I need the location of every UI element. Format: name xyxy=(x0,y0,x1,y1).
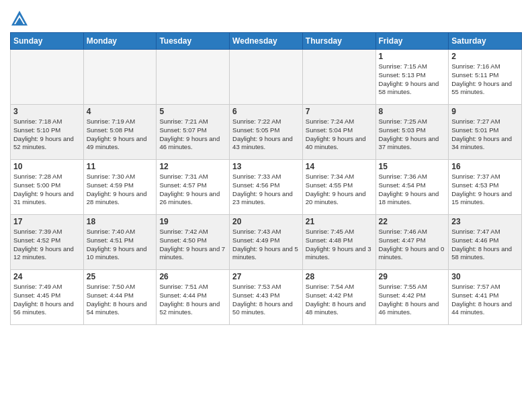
day-info: Sunrise: 7:47 AM Sunset: 4:46 PM Dayligh… xyxy=(451,228,519,262)
calendar-cell xyxy=(157,50,230,105)
calendar-cell: 23Sunrise: 7:47 AM Sunset: 4:46 PM Dayli… xyxy=(449,215,522,270)
day-number: 17 xyxy=(13,217,81,226)
day-info: Sunrise: 7:28 AM Sunset: 5:00 PM Dayligh… xyxy=(13,173,81,207)
calendar-cell: 14Sunrise: 7:34 AM Sunset: 4:55 PM Dayli… xyxy=(302,160,375,215)
day-number: 12 xyxy=(159,162,226,171)
calendar-cell: 2Sunrise: 7:16 AM Sunset: 5:11 PM Daylig… xyxy=(449,50,522,105)
logo-icon xyxy=(10,9,29,28)
day-info: Sunrise: 7:45 AM Sunset: 4:48 PM Dayligh… xyxy=(306,228,373,262)
page: SundayMondayTuesdayWednesdayThursdayFrid… xyxy=(0,0,532,411)
calendar-cell xyxy=(230,50,303,105)
day-info: Sunrise: 7:39 AM Sunset: 4:52 PM Dayligh… xyxy=(13,228,81,262)
day-info: Sunrise: 7:18 AM Sunset: 5:10 PM Dayligh… xyxy=(13,118,81,152)
calendar-cell: 5Sunrise: 7:21 AM Sunset: 5:07 PM Daylig… xyxy=(157,105,230,160)
day-number: 19 xyxy=(159,217,226,226)
day-info: Sunrise: 7:49 AM Sunset: 4:45 PM Dayligh… xyxy=(13,283,81,317)
day-number: 3 xyxy=(13,107,81,116)
day-number: 22 xyxy=(379,217,446,226)
calendar-cell: 3Sunrise: 7:18 AM Sunset: 5:10 PM Daylig… xyxy=(11,105,84,160)
calendar-cell: 12Sunrise: 7:31 AM Sunset: 4:57 PM Dayli… xyxy=(157,160,230,215)
day-info: Sunrise: 7:54 AM Sunset: 4:42 PM Dayligh… xyxy=(306,283,373,317)
day-number: 14 xyxy=(306,162,373,171)
day-info: Sunrise: 7:27 AM Sunset: 5:01 PM Dayligh… xyxy=(451,118,519,152)
day-info: Sunrise: 7:30 AM Sunset: 4:59 PM Dayligh… xyxy=(87,173,154,207)
calendar-cell: 28Sunrise: 7:54 AM Sunset: 4:42 PM Dayli… xyxy=(302,270,375,325)
weekday-header-thursday: Thursday xyxy=(302,33,375,50)
weekday-header-friday: Friday xyxy=(375,33,449,50)
day-number: 7 xyxy=(306,107,373,116)
day-number: 15 xyxy=(379,162,446,171)
weekday-header-row: SundayMondayTuesdayWednesdayThursdayFrid… xyxy=(11,33,522,50)
calendar-cell: 16Sunrise: 7:37 AM Sunset: 4:53 PM Dayli… xyxy=(449,160,522,215)
day-info: Sunrise: 7:51 AM Sunset: 4:44 PM Dayligh… xyxy=(159,283,226,317)
weekday-header-wednesday: Wednesday xyxy=(230,33,303,50)
day-number: 18 xyxy=(87,217,154,226)
day-number: 30 xyxy=(451,272,519,281)
day-info: Sunrise: 7:42 AM Sunset: 4:50 PM Dayligh… xyxy=(159,228,226,262)
header-area xyxy=(10,7,522,28)
calendar-cell: 19Sunrise: 7:42 AM Sunset: 4:50 PM Dayli… xyxy=(157,215,230,270)
day-number: 26 xyxy=(159,272,226,281)
day-info: Sunrise: 7:15 AM Sunset: 5:13 PM Dayligh… xyxy=(379,62,446,97)
day-number: 16 xyxy=(451,162,519,171)
calendar-cell: 22Sunrise: 7:46 AM Sunset: 4:47 PM Dayli… xyxy=(375,215,449,270)
day-info: Sunrise: 7:31 AM Sunset: 4:57 PM Dayligh… xyxy=(159,173,226,207)
day-info: Sunrise: 7:19 AM Sunset: 5:08 PM Dayligh… xyxy=(87,118,154,152)
day-number: 29 xyxy=(379,272,446,281)
calendar-cell xyxy=(11,50,84,105)
day-info: Sunrise: 7:21 AM Sunset: 5:07 PM Dayligh… xyxy=(159,118,226,152)
calendar-week-row-4: 17Sunrise: 7:39 AM Sunset: 4:52 PM Dayli… xyxy=(11,215,522,270)
day-number: 27 xyxy=(232,272,300,281)
day-info: Sunrise: 7:24 AM Sunset: 5:04 PM Dayligh… xyxy=(306,118,373,152)
calendar-cell: 8Sunrise: 7:25 AM Sunset: 5:03 PM Daylig… xyxy=(375,105,449,160)
day-number: 11 xyxy=(87,162,154,171)
day-number: 1 xyxy=(379,52,446,61)
calendar-cell: 10Sunrise: 7:28 AM Sunset: 5:00 PM Dayli… xyxy=(11,160,84,215)
calendar-cell: 11Sunrise: 7:30 AM Sunset: 4:59 PM Dayli… xyxy=(83,160,157,215)
calendar-cell: 20Sunrise: 7:43 AM Sunset: 4:49 PM Dayli… xyxy=(230,215,303,270)
calendar-cell: 13Sunrise: 7:33 AM Sunset: 4:56 PM Dayli… xyxy=(230,160,303,215)
weekday-header-saturday: Saturday xyxy=(449,33,522,50)
calendar-cell: 25Sunrise: 7:50 AM Sunset: 4:44 PM Dayli… xyxy=(83,270,157,325)
day-number: 13 xyxy=(232,162,300,171)
day-number: 20 xyxy=(232,217,300,226)
calendar-cell xyxy=(83,50,157,105)
calendar-cell: 24Sunrise: 7:49 AM Sunset: 4:45 PM Dayli… xyxy=(11,270,84,325)
day-info: Sunrise: 7:55 AM Sunset: 4:42 PM Dayligh… xyxy=(379,283,446,317)
day-info: Sunrise: 7:50 AM Sunset: 4:44 PM Dayligh… xyxy=(87,283,154,317)
calendar-cell: 30Sunrise: 7:57 AM Sunset: 4:41 PM Dayli… xyxy=(449,270,522,325)
day-number: 25 xyxy=(87,272,154,281)
calendar-week-row-1: 1Sunrise: 7:15 AM Sunset: 5:13 PM Daylig… xyxy=(11,50,522,105)
calendar-cell: 6Sunrise: 7:22 AM Sunset: 5:05 PM Daylig… xyxy=(230,105,303,160)
weekday-header-monday: Monday xyxy=(83,33,157,50)
calendar-cell: 7Sunrise: 7:24 AM Sunset: 5:04 PM Daylig… xyxy=(302,105,375,160)
day-number: 28 xyxy=(306,272,373,281)
day-info: Sunrise: 7:36 AM Sunset: 4:54 PM Dayligh… xyxy=(379,173,446,207)
calendar-week-row-3: 10Sunrise: 7:28 AM Sunset: 5:00 PM Dayli… xyxy=(11,160,522,215)
calendar-cell xyxy=(302,50,375,105)
day-number: 4 xyxy=(87,107,154,116)
calendar-cell: 29Sunrise: 7:55 AM Sunset: 4:42 PM Dayli… xyxy=(375,270,449,325)
day-info: Sunrise: 7:46 AM Sunset: 4:47 PM Dayligh… xyxy=(379,228,446,262)
day-info: Sunrise: 7:16 AM Sunset: 5:11 PM Dayligh… xyxy=(451,62,519,97)
calendar-week-row-2: 3Sunrise: 7:18 AM Sunset: 5:10 PM Daylig… xyxy=(11,105,522,160)
calendar-table: SundayMondayTuesdayWednesdayThursdayFrid… xyxy=(10,32,522,325)
calendar-cell: 18Sunrise: 7:40 AM Sunset: 4:51 PM Dayli… xyxy=(83,215,157,270)
day-number: 9 xyxy=(451,107,519,116)
day-info: Sunrise: 7:33 AM Sunset: 4:56 PM Dayligh… xyxy=(232,173,300,207)
day-info: Sunrise: 7:43 AM Sunset: 4:49 PM Dayligh… xyxy=(232,228,300,262)
day-number: 21 xyxy=(306,217,373,226)
calendar-cell: 21Sunrise: 7:45 AM Sunset: 4:48 PM Dayli… xyxy=(302,215,375,270)
weekday-header-tuesday: Tuesday xyxy=(157,33,230,50)
calendar-cell: 15Sunrise: 7:36 AM Sunset: 4:54 PM Dayli… xyxy=(375,160,449,215)
day-number: 10 xyxy=(13,162,81,171)
day-info: Sunrise: 7:40 AM Sunset: 4:51 PM Dayligh… xyxy=(87,228,154,262)
day-info: Sunrise: 7:53 AM Sunset: 4:43 PM Dayligh… xyxy=(232,283,300,317)
day-number: 23 xyxy=(451,217,519,226)
calendar-cell: 1Sunrise: 7:15 AM Sunset: 5:13 PM Daylig… xyxy=(375,50,449,105)
day-info: Sunrise: 7:25 AM Sunset: 5:03 PM Dayligh… xyxy=(379,118,446,152)
calendar-week-row-5: 24Sunrise: 7:49 AM Sunset: 4:45 PM Dayli… xyxy=(11,270,522,325)
day-number: 6 xyxy=(232,107,300,116)
calendar-cell: 9Sunrise: 7:27 AM Sunset: 5:01 PM Daylig… xyxy=(449,105,522,160)
day-info: Sunrise: 7:22 AM Sunset: 5:05 PM Dayligh… xyxy=(232,118,300,152)
